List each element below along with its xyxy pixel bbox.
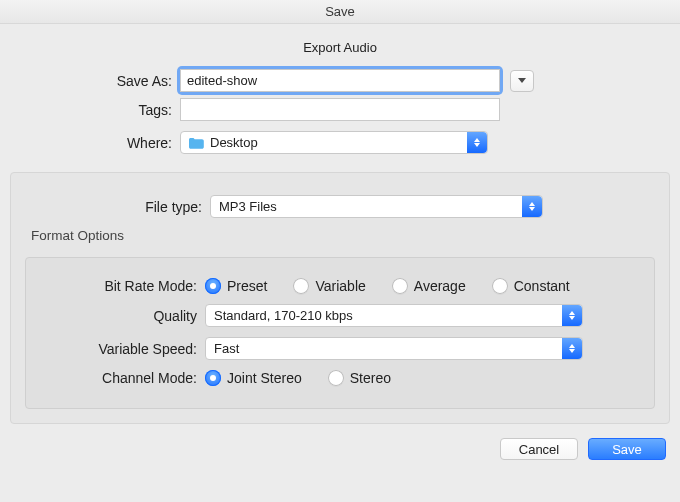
bit-rate-mode-radio-preset[interactable]: Preset xyxy=(205,278,267,294)
folder-icon xyxy=(189,137,204,149)
radio-label: Joint Stereo xyxy=(227,370,302,386)
radio-icon xyxy=(492,278,508,294)
format-options-title: Format Options xyxy=(31,228,655,243)
updown-stepper-icon xyxy=(562,338,582,359)
bit-rate-mode-label: Bit Rate Mode: xyxy=(40,278,205,294)
radio-label: Variable xyxy=(315,278,365,294)
where-value: Desktop xyxy=(210,135,258,150)
quality-select[interactable]: Standard, 170-210 kbps xyxy=(205,304,583,327)
variable-speed-label: Variable Speed: xyxy=(40,341,205,357)
dialog-subtitle: Export Audio xyxy=(0,40,680,55)
radio-icon xyxy=(205,370,221,386)
cancel-button[interactable]: Cancel xyxy=(500,438,578,460)
radio-label: Preset xyxy=(227,278,267,294)
file-type-select[interactable]: MP3 Files xyxy=(210,195,543,218)
tags-input[interactable] xyxy=(180,98,500,121)
radio-icon xyxy=(328,370,344,386)
file-type-label: File type: xyxy=(25,199,210,215)
quality-value: Standard, 170-210 kbps xyxy=(214,308,353,323)
radio-icon xyxy=(392,278,408,294)
variable-speed-value: Fast xyxy=(214,341,239,356)
channel-mode-radio-stereo[interactable]: Stereo xyxy=(328,370,391,386)
bit-rate-mode-radio-constant[interactable]: Constant xyxy=(492,278,570,294)
chevron-down-icon xyxy=(518,78,526,83)
options-panel: File type: MP3 Files Format Options Bit … xyxy=(10,172,670,424)
channel-mode-radio-joint[interactable]: Joint Stereo xyxy=(205,370,302,386)
updown-stepper-icon xyxy=(562,305,582,326)
expand-save-panel-button[interactable] xyxy=(510,70,534,92)
updown-stepper-icon xyxy=(522,196,542,217)
radio-label: Average xyxy=(414,278,466,294)
radio-icon xyxy=(293,278,309,294)
quality-label: Quality xyxy=(40,308,205,324)
radio-label: Stereo xyxy=(350,370,391,386)
format-options-group: Bit Rate Mode: Preset Variable Average C… xyxy=(25,257,655,409)
where-label: Where: xyxy=(0,135,180,151)
tags-label: Tags: xyxy=(0,102,180,118)
bit-rate-mode-radio-variable[interactable]: Variable xyxy=(293,278,365,294)
save-as-input[interactable] xyxy=(180,69,500,92)
file-type-value: MP3 Files xyxy=(219,199,277,214)
updown-stepper-icon xyxy=(467,132,487,153)
radio-icon xyxy=(205,278,221,294)
save-as-label: Save As: xyxy=(0,73,180,89)
bit-rate-mode-radio-average[interactable]: Average xyxy=(392,278,466,294)
variable-speed-select[interactable]: Fast xyxy=(205,337,583,360)
window-title: Save xyxy=(0,0,680,24)
save-button[interactable]: Save xyxy=(588,438,666,460)
channel-mode-label: Channel Mode: xyxy=(40,370,205,386)
radio-label: Constant xyxy=(514,278,570,294)
where-select[interactable]: Desktop xyxy=(180,131,488,154)
